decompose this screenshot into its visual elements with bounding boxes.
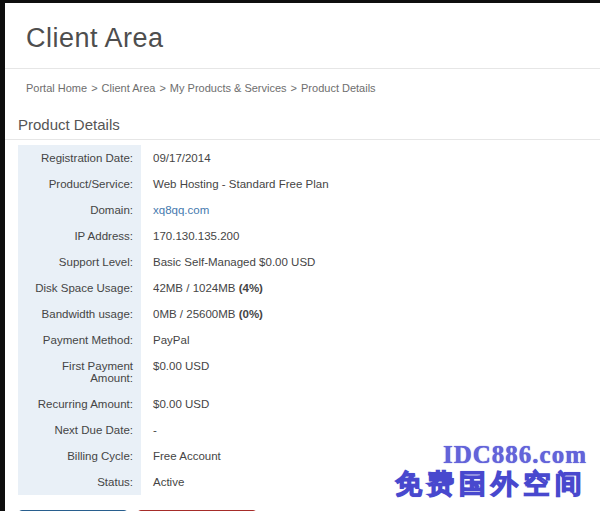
table-row: Next Due Date:-	[18, 417, 593, 443]
table-row: Recurring Amount:$0.00 USD	[18, 391, 593, 417]
row-label: Support Level:	[18, 249, 141, 275]
row-value: 42MB / 1024MB (4%)	[141, 275, 263, 301]
row-label: Registration Date:	[18, 145, 141, 171]
table-row: Billing Cycle:Free Account	[18, 443, 593, 469]
client-area-page: Client Area Portal Home>Client Area>My P…	[0, 0, 600, 511]
product-details-table: Registration Date:09/17/2014Product/Serv…	[18, 145, 593, 495]
row-value: Free Account	[141, 443, 221, 469]
table-row: Domain:xq8qq.com	[18, 197, 593, 223]
breadcrumb: Portal Home>Client Area>My Products & Se…	[5, 69, 600, 106]
row-value: PayPal	[141, 327, 189, 353]
row-value: Active	[141, 469, 184, 495]
row-label: Billing Cycle:	[18, 443, 141, 469]
row-value: 09/17/2014	[141, 145, 211, 171]
row-value: $0.00 USD	[141, 353, 209, 391]
row-label: Product/Service:	[18, 171, 141, 197]
page-title: Client Area	[5, 3, 600, 68]
breadcrumb-item: Product Details	[301, 82, 376, 94]
table-row: Payment Method:PayPal	[18, 327, 593, 353]
row-label: IP Address:	[18, 223, 141, 249]
breadcrumb-item[interactable]: Client Area	[102, 82, 156, 94]
row-label: Domain:	[18, 197, 141, 223]
row-value: 170.130.135.200	[141, 223, 239, 249]
breadcrumb-separator: >	[155, 82, 169, 94]
table-row: Product/Service:Web Hosting - Standard F…	[18, 171, 593, 197]
row-label: Payment Method:	[18, 327, 141, 353]
row-label: Bandwidth usage:	[18, 301, 141, 327]
table-row: Disk Space Usage:42MB / 1024MB (4%)	[18, 275, 593, 301]
section-title: Product Details	[5, 106, 600, 139]
breadcrumb-separator: >	[287, 82, 301, 94]
table-row: IP Address:170.130.135.200	[18, 223, 593, 249]
row-label: First Payment Amount:	[18, 353, 141, 391]
row-value: 0MB / 25600MB (0%)	[141, 301, 263, 327]
table-row: Status:Active	[18, 469, 593, 495]
breadcrumb-item[interactable]: Portal Home	[26, 82, 87, 94]
breadcrumb-separator: >	[87, 82, 101, 94]
row-value: Web Hosting - Standard Free Plan	[141, 171, 329, 197]
row-value: xq8qq.com	[141, 197, 209, 223]
table-row: Bandwidth usage:0MB / 25600MB (0%)	[18, 301, 593, 327]
breadcrumb-item[interactable]: My Products & Services	[170, 82, 287, 94]
row-value: Basic Self-Managed $0.00 USD	[141, 249, 315, 275]
table-row: Registration Date:09/17/2014	[18, 145, 593, 171]
domain-link[interactable]: xq8qq.com	[153, 204, 209, 216]
row-value: -	[141, 417, 157, 443]
table-row: First Payment Amount:$0.00 USD	[18, 353, 593, 391]
usage-percent: (0%)	[239, 308, 263, 320]
row-label: Status:	[18, 469, 141, 495]
usage-percent: (4%)	[239, 282, 263, 294]
row-label: Next Due Date:	[18, 417, 141, 443]
row-value: $0.00 USD	[141, 391, 209, 417]
table-row: Support Level:Basic Self-Managed $0.00 U…	[18, 249, 593, 275]
row-label: Disk Space Usage:	[18, 275, 141, 301]
divider-section	[5, 139, 600, 140]
row-label: Recurring Amount:	[18, 391, 141, 417]
